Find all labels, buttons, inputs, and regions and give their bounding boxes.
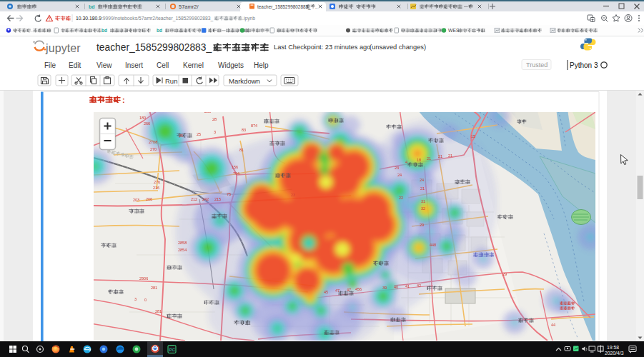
svg-text:21: 21 [438, 154, 442, 159]
svg-text:31: 31 [421, 199, 425, 203]
svg-text:bd: bd [89, 4, 95, 9]
svg-text:75: 75 [227, 192, 231, 196]
svg-text:WES: WES [448, 28, 460, 33]
svg-text:23: 23 [291, 193, 295, 197]
svg-text:Last Checkpoint: 23 minutes ag: Last Checkpoint: 23 minutes ago [274, 44, 370, 51]
svg-text:15: 15 [471, 134, 475, 139]
svg-text:0: 0 [144, 298, 147, 302]
svg-text:456: 456 [355, 287, 362, 291]
svg-text:212: 212 [191, 197, 197, 201]
svg-text:47: 47 [335, 288, 340, 293]
svg-text:2020/4/3: 2020/4/3 [605, 351, 624, 356]
svg-text:bd: bd [157, 28, 162, 33]
svg-text:View: View [96, 61, 112, 69]
svg-text:23: 23 [395, 166, 399, 170]
svg-text:281: 281 [155, 309, 162, 313]
svg-text:81: 81 [239, 148, 244, 152]
svg-text:242: 242 [202, 197, 209, 201]
svg-text:21: 21 [448, 154, 452, 158]
svg-text:Run: Run [165, 77, 177, 85]
svg-text:File: File [44, 61, 56, 69]
svg-text:Help: Help [254, 61, 269, 69]
svg-text:Widgets: Widgets [218, 61, 244, 69]
svg-text:281: 281 [151, 286, 157, 290]
svg-text:24: 24 [397, 173, 402, 177]
svg-text:Kernel: Kernel [183, 61, 204, 69]
svg-text:Markdown: Markdown [229, 77, 260, 85]
svg-text:22: 22 [399, 196, 403, 200]
svg-text:47: 47 [347, 288, 351, 292]
svg-text:2906: 2906 [139, 276, 148, 281]
svg-text:24: 24 [420, 178, 424, 182]
svg-text:2854: 2854 [178, 248, 187, 252]
svg-text:Insert: Insert [125, 61, 143, 69]
svg-text:.ipynb: .ipynb [242, 16, 255, 21]
svg-text:18: 18 [417, 158, 421, 162]
svg-text:83: 83 [242, 128, 246, 132]
svg-text:25: 25 [179, 134, 183, 138]
svg-text:21: 21 [427, 156, 431, 161]
svg-text:2708: 2708 [149, 140, 157, 144]
svg-text:45: 45 [324, 290, 328, 294]
svg-text:40: 40 [394, 285, 398, 289]
svg-text:(unsaved changes): (unsaved changes) [370, 44, 426, 51]
svg-text:29: 29 [502, 272, 507, 276]
svg-text:57amr2/: 57amr2/ [179, 4, 199, 10]
svg-text:3: 3 [134, 297, 137, 301]
svg-text:Python 3: Python 3 [570, 61, 598, 69]
svg-text:3: 3 [214, 130, 216, 134]
svg-text:180: 180 [139, 116, 146, 120]
svg-text:448: 448 [430, 243, 436, 247]
svg-text:156: 156 [232, 165, 238, 169]
svg-text:206: 206 [146, 197, 152, 201]
svg-text:41: 41 [405, 284, 410, 288]
svg-text:215: 215 [214, 197, 221, 201]
svg-text:Edit: Edit [69, 61, 81, 69]
svg-text:Cell: Cell [157, 61, 169, 69]
svg-text:216: 216 [153, 186, 159, 190]
svg-text:19:58: 19:58 [607, 345, 619, 350]
svg-text:jupyter: jupyter [45, 42, 81, 54]
svg-text:29: 29 [420, 223, 424, 227]
svg-text:28: 28 [212, 117, 217, 121]
svg-text:32: 32 [421, 206, 425, 211]
svg-text:276: 276 [154, 180, 160, 184]
svg-text:21: 21 [420, 186, 425, 191]
svg-text:42: 42 [417, 283, 421, 288]
svg-text:teacher_1585299802883_: teacher_1585299802883_ [257, 4, 311, 10]
svg-text:270: 270 [150, 147, 157, 151]
svg-text:..: .. [315, 4, 318, 9]
svg-text:39: 39 [382, 286, 387, 290]
svg-text:4: 4 [405, 160, 407, 164]
svg-text:PC: PC [169, 348, 176, 352]
svg-text:25: 25 [197, 132, 201, 136]
svg-text:203: 203 [133, 198, 139, 202]
svg-text:266: 266 [144, 121, 150, 126]
svg-text:teacher_1585299802883_: teacher_1585299802883_ [96, 42, 212, 53]
svg-text:874: 874 [251, 124, 257, 128]
svg-text:10.30.180.9:9999/notebooks/57a: 10.30.180.9:9999/notebooks/57amr2/teache… [76, 16, 214, 21]
svg-text:2858: 2858 [178, 241, 187, 245]
svg-text:Trusted: Trusted [526, 61, 548, 69]
svg-text:44: 44 [551, 323, 555, 327]
svg-text::: : [122, 96, 125, 104]
svg-text:bd: bd [101, 28, 107, 33]
svg-text:794: 794 [233, 171, 239, 176]
